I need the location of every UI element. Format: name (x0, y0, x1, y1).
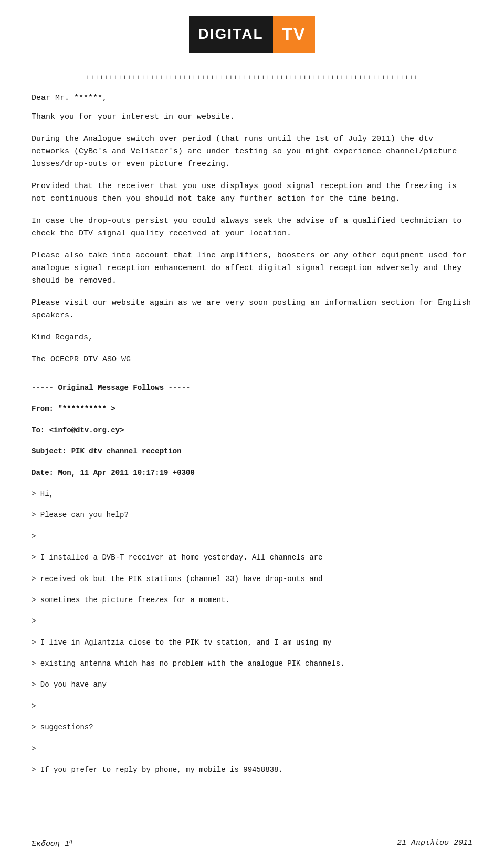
original-message-from: From: "********** > (32, 403, 472, 415)
from-value: "********** > (58, 405, 115, 413)
logo-digital-text: DIGITAL (198, 26, 264, 43)
subject-value: PIK dtv channel reception (71, 447, 182, 456)
footer-edition: Έκδοση 1η (32, 839, 72, 848)
edition-sup: η (69, 839, 72, 844)
body-line-2: > (32, 531, 472, 542)
footer-date: 21 Απριλίου 2011 (397, 839, 472, 848)
body-line-10: > (32, 700, 472, 712)
logo-container: DIGITAL TV (189, 16, 316, 53)
body-line-12: > (32, 743, 472, 754)
paragraph-1: During the Analogue switch over period (… (32, 133, 472, 171)
body-line-8: > existing antenna which has no problem … (32, 658, 472, 669)
paragraph-3: In case the drop-outs persist you could … (32, 215, 472, 240)
closing-2: The OCECPR DTV ASO WG (32, 354, 472, 366)
greeting: Dear Mr. ******, (32, 92, 472, 105)
body-line-9: > Do you have any (32, 679, 472, 690)
from-label: From: (32, 405, 54, 413)
page: DIGITAL TV +++++++++++++++++++++++++++++… (0, 0, 504, 859)
logo-tv-text: TV (282, 25, 306, 44)
divider-line: ++++++++++++++++++++++++++++++++++++++++… (0, 63, 504, 87)
original-message-body: > Hi,> Please can you help?>> I installe… (32, 488, 472, 775)
thank-you-paragraph: Thank you for your interest in our websi… (32, 111, 472, 123)
original-message-date: Date: Mon, 11 Apr 2011 10:17:19 +0300 (32, 467, 472, 479)
body-line-1: > Please can you help? (32, 509, 472, 521)
header: DIGITAL TV (0, 0, 504, 63)
body-line-0: > Hi, (32, 488, 472, 500)
paragraph-4: Please also take into account that line … (32, 250, 472, 287)
letter-content: Dear Mr. ******, Thank you for your inte… (0, 87, 504, 775)
date-value: Mon, 11 Apr 2011 10:17:19 +0300 (58, 469, 194, 477)
original-message-header: ----- Original Message Follows ----- (32, 382, 472, 394)
body-line-5: > sometimes the picture freezes for a mo… (32, 594, 472, 606)
footer: Έκδοση 1η 21 Απριλίου 2011 (0, 833, 504, 848)
to-value: <info@dtv.org.cy> (49, 426, 124, 434)
body-line-7: > I live in Aglantzia close to the PIK t… (32, 637, 472, 648)
subject-label: Subject: (32, 447, 67, 456)
original-message-subject: Subject: PIK dtv channel reception (32, 446, 472, 457)
paragraph-2: Provided that the receiver that you use … (32, 180, 472, 205)
body-line-13: > If you prefer to reply by phone, my mo… (32, 764, 472, 775)
closing-1: Kind Regards, (32, 332, 472, 344)
logo-tv: TV (273, 16, 316, 53)
body-line-4: > received ok but the PIK stations (chan… (32, 573, 472, 585)
logo-digital: DIGITAL (189, 16, 273, 53)
body-line-6: > (32, 615, 472, 627)
edition-text: Έκδοση 1 (32, 840, 69, 848)
paragraph-5: Please visit our website again as we are… (32, 297, 472, 322)
date-label: Date: (32, 469, 54, 477)
body-line-11: > suggestions? (32, 721, 472, 733)
original-message: ----- Original Message Follows ----- Fro… (32, 382, 472, 775)
original-message-to: To: <info@dtv.org.cy> (32, 425, 472, 436)
body-line-3: > I installed a DVB-T receiver at home y… (32, 552, 472, 563)
to-label: To: (32, 426, 45, 434)
